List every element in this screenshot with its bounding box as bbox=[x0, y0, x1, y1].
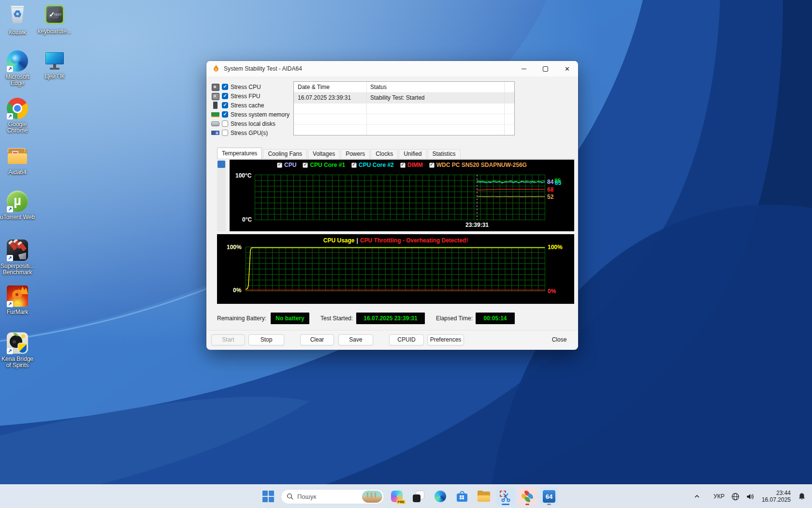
running-indicator bbox=[525, 504, 529, 505]
disk-icon bbox=[211, 120, 219, 127]
desktop-icon-kena[interactable]: Kena Bridge of Spirits bbox=[0, 332, 40, 369]
volume-indicator[interactable] bbox=[743, 487, 758, 506]
column-date-time[interactable]: Date & Time bbox=[294, 82, 366, 92]
start-button-taskbar[interactable] bbox=[259, 487, 277, 506]
cpuid-button[interactable]: CPUID bbox=[389, 334, 424, 345]
column-status[interactable]: Status bbox=[366, 82, 514, 92]
checkbox[interactable] bbox=[222, 93, 228, 99]
table-row[interactable]: 16.07.2025 23:39:31 Stability Test: Star… bbox=[294, 93, 514, 104]
checkbox[interactable] bbox=[277, 163, 282, 168]
minimize-button[interactable] bbox=[513, 61, 535, 76]
desktop-icon-this-pc[interactable]: Цей ПК bbox=[32, 50, 77, 80]
tab-cooling-fans[interactable]: Cooling Fans bbox=[263, 149, 307, 159]
shortcut-arrow-icon bbox=[7, 255, 13, 261]
desktop: ♻ Кошик ✓TEST keyboardte... Microsoft Ed… bbox=[0, 0, 812, 508]
legend-cpu-core1[interactable]: CPU Core #1 bbox=[303, 162, 345, 168]
checkbox[interactable] bbox=[303, 163, 308, 168]
desktop-icon-utorrent-web[interactable]: µ uTorrent Web bbox=[0, 190, 40, 221]
start-button[interactable]: Start bbox=[211, 334, 245, 345]
tab-clocks[interactable]: Clocks bbox=[371, 149, 398, 159]
language-indicator[interactable]: УКР bbox=[710, 487, 728, 506]
running-indicator bbox=[502, 504, 509, 505]
tab-statistics[interactable]: Statistics bbox=[428, 149, 461, 159]
desktop-icon-keyboard-test[interactable]: ✓TEST keyboardte... bbox=[32, 4, 77, 35]
search-box[interactable]: Пошук bbox=[281, 489, 384, 504]
checkbox[interactable] bbox=[351, 163, 357, 168]
preferences-button[interactable]: Preferences bbox=[427, 334, 464, 345]
snipping-tool-icon bbox=[500, 491, 511, 502]
tab-voltages[interactable]: Voltages bbox=[308, 149, 340, 159]
shortcut-arrow-icon bbox=[7, 206, 13, 212]
title-bar[interactable]: System Stability Test - AIDA64 ✕ bbox=[206, 61, 578, 76]
pre-badge: PRE bbox=[397, 500, 406, 504]
windows-logo-icon bbox=[262, 491, 274, 502]
tab-temperatures[interactable]: Temperatures bbox=[217, 148, 262, 159]
desktop-icon-google-chrome[interactable]: Google Chrome bbox=[0, 97, 40, 134]
benchmark-app-icon bbox=[522, 491, 533, 502]
save-button[interactable]: Save bbox=[338, 334, 373, 345]
stress-option-disks[interactable]: Stress local disks bbox=[211, 119, 290, 128]
desktop-icon-furmark[interactable]: rMark FurMark bbox=[0, 285, 40, 315]
checkbox[interactable] bbox=[222, 111, 228, 118]
checkbox[interactable] bbox=[429, 163, 435, 168]
legend-wdc-ssd[interactable]: WDC PC SN520 SDAPNUW-256G bbox=[429, 162, 527, 168]
shortcut-arrow-icon bbox=[7, 301, 13, 307]
slider-thumb[interactable] bbox=[218, 161, 225, 168]
checkbox[interactable] bbox=[222, 130, 228, 136]
copilot-icon: PRE bbox=[391, 491, 403, 502]
taskbar-store[interactable] bbox=[453, 487, 471, 506]
stress-option-gpu[interactable]: Stress GPU(s) bbox=[211, 128, 290, 137]
speaker-icon bbox=[746, 493, 754, 500]
stress-option-cpu[interactable]: Stress CPU bbox=[211, 82, 290, 91]
taskbar-file-explorer[interactable] bbox=[475, 487, 493, 506]
legend-dimm[interactable]: DIMM bbox=[400, 162, 423, 168]
desktop-icon-aida64-folder[interactable]: Aida64 bbox=[0, 146, 40, 176]
checkbox[interactable] bbox=[400, 163, 406, 168]
footer: Start Stop Clear Save CPUID Preferences … bbox=[206, 330, 578, 350]
event-log-table: Date & Time Status 16.07.2025 23:39:31 S… bbox=[293, 81, 515, 135]
table-row-empty bbox=[294, 114, 514, 125]
checkbox[interactable] bbox=[222, 102, 228, 108]
legend-cpu[interactable]: CPU bbox=[277, 162, 296, 168]
gpu-icon bbox=[211, 129, 219, 136]
temperature-plot bbox=[255, 175, 545, 220]
chart-height-slider[interactable] bbox=[217, 160, 226, 231]
cpu-usage-chart: CPU Usage|CPU Throttling - Overheating D… bbox=[217, 234, 574, 304]
taskbar-benchmark-app[interactable] bbox=[518, 487, 536, 506]
table-header[interactable]: Date & Time Status bbox=[294, 82, 514, 93]
legend-cpu-core2[interactable]: CPU Core #2 bbox=[351, 162, 394, 168]
stress-option-memory[interactable]: Stress system memory bbox=[211, 110, 290, 119]
status-row: Remaining Battery: No battery Test Start… bbox=[206, 313, 578, 324]
desktop-icon-superposition[interactable]: Superpositi... Benchmark bbox=[0, 239, 40, 276]
taskbar-task-view[interactable] bbox=[409, 487, 428, 506]
ssd-temp-value: 52 bbox=[547, 194, 553, 200]
stress-option-cache[interactable]: Stress cache bbox=[211, 101, 290, 110]
bing-daily-image[interactable] bbox=[362, 491, 382, 503]
checkbox[interactable] bbox=[222, 84, 228, 90]
throttling-warning-label: CPU Throttling - Overheating Detected! bbox=[360, 237, 468, 244]
elapsed-time-value: 00:05:14 bbox=[476, 313, 515, 324]
hidden-icons-chevron[interactable] bbox=[691, 487, 703, 506]
stop-button[interactable]: Stop bbox=[248, 334, 284, 345]
clear-button[interactable]: Clear bbox=[300, 334, 334, 345]
tab-powers[interactable]: Powers bbox=[341, 149, 370, 159]
core2-temp-value: 85 bbox=[555, 179, 561, 186]
stress-option-fpu[interactable]: Stress FPU bbox=[211, 91, 290, 101]
aida64-stability-test-window: System Stability Test - AIDA64 ✕ Stress … bbox=[206, 61, 578, 349]
network-indicator[interactable] bbox=[728, 487, 743, 506]
taskbar-edge[interactable] bbox=[431, 487, 450, 506]
maximize-button[interactable] bbox=[535, 61, 556, 76]
close-button[interactable]: ✕ bbox=[556, 61, 578, 76]
checkbox[interactable] bbox=[222, 120, 228, 127]
elapsed-time-label: Elapsed Time: bbox=[436, 313, 473, 324]
taskbar-aida64[interactable]: 64 bbox=[540, 487, 558, 506]
notifications[interactable] bbox=[795, 487, 809, 506]
taskbar-copilot[interactable]: PRE bbox=[388, 487, 406, 506]
running-indicator bbox=[547, 504, 551, 505]
memory-icon bbox=[211, 111, 219, 118]
taskbar-snipping-app[interactable] bbox=[496, 487, 515, 506]
tab-unified[interactable]: Unified bbox=[399, 149, 426, 159]
usage-left-max-label: 100% bbox=[227, 244, 242, 251]
taskbar-clock[interactable]: 23:44 16.07.2025 bbox=[758, 490, 795, 503]
close-footer-button[interactable]: Close bbox=[542, 334, 576, 345]
